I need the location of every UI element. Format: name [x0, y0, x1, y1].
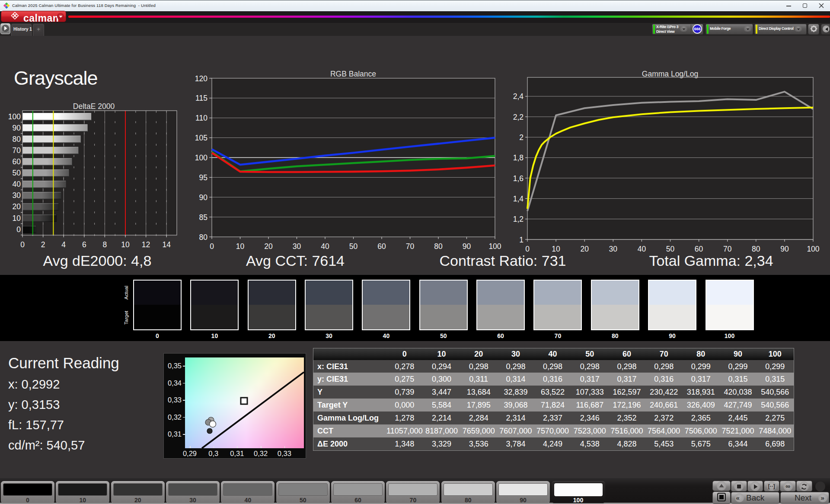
svg-text:115: 115 — [195, 94, 208, 102]
svg-text:10: 10 — [552, 245, 560, 253]
svg-text:85: 85 — [199, 213, 208, 222]
svg-text:110: 110 — [195, 114, 208, 122]
svg-text:40: 40 — [638, 245, 646, 253]
svg-text:70: 70 — [406, 242, 415, 251]
svg-text:80: 80 — [434, 242, 443, 251]
svg-text:80: 80 — [752, 245, 760, 253]
svg-text:0: 0 — [210, 242, 214, 251]
svg-text:60: 60 — [377, 242, 386, 251]
svg-text:90: 90 — [780, 245, 789, 253]
svg-text:60: 60 — [695, 245, 703, 253]
svg-text:1: 1 — [519, 236, 524, 244]
svg-text:20: 20 — [580, 245, 589, 253]
svg-text:2,2: 2,2 — [513, 113, 524, 121]
svg-text:50: 50 — [349, 242, 358, 251]
svg-text:Gamma Log/Log: Gamma Log/Log — [642, 70, 698, 78]
svg-text:1,8: 1,8 — [513, 153, 524, 162]
svg-text:2,4: 2,4 — [513, 92, 524, 101]
svg-text:1,6: 1,6 — [513, 174, 524, 183]
svg-text:2: 2 — [519, 133, 524, 142]
svg-text:30: 30 — [293, 242, 301, 251]
svg-text:100: 100 — [807, 245, 819, 253]
svg-text:1,4: 1,4 — [513, 195, 524, 203]
svg-text:80: 80 — [199, 233, 208, 242]
svg-text:90: 90 — [199, 193, 208, 202]
svg-text:105: 105 — [195, 134, 208, 142]
svg-text:120: 120 — [195, 74, 208, 83]
svg-text:10: 10 — [236, 242, 245, 251]
svg-text:70: 70 — [723, 245, 732, 253]
svg-text:RGB Balance: RGB Balance — [330, 70, 376, 78]
svg-text:40: 40 — [321, 242, 329, 251]
svg-text:0: 0 — [525, 245, 530, 253]
svg-text:100: 100 — [195, 153, 208, 162]
svg-text:1,2: 1,2 — [513, 215, 524, 223]
svg-text:95: 95 — [199, 173, 208, 182]
svg-text:20: 20 — [264, 242, 273, 251]
svg-text:30: 30 — [609, 245, 618, 253]
svg-text:90: 90 — [463, 242, 471, 251]
svg-text:100: 100 — [488, 242, 501, 251]
svg-text:50: 50 — [666, 245, 675, 253]
